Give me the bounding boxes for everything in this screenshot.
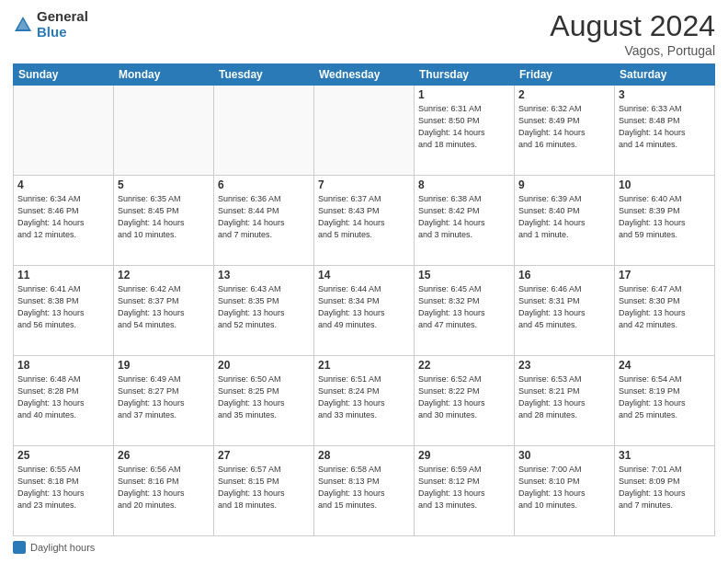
day-info: Sunrise: 7:00 AM Sunset: 8:10 PM Dayligh… <box>518 464 610 511</box>
calendar-week-row: 1Sunrise: 6:31 AM Sunset: 8:50 PM Daylig… <box>14 86 715 176</box>
calendar-day-cell: 8Sunrise: 6:38 AM Sunset: 8:42 PM Daylig… <box>415 176 515 266</box>
calendar-day-cell: 24Sunrise: 6:54 AM Sunset: 8:19 PM Dayli… <box>615 356 715 446</box>
day-info: Sunrise: 6:41 AM Sunset: 8:38 PM Dayligh… <box>17 283 109 331</box>
day-info: Sunrise: 6:31 AM Sunset: 8:50 PM Dayligh… <box>418 103 510 151</box>
day-info: Sunrise: 6:51 AM Sunset: 8:24 PM Dayligh… <box>318 373 410 421</box>
day-info: Sunrise: 6:54 AM Sunset: 8:19 PM Dayligh… <box>619 373 711 421</box>
day-info: Sunrise: 6:40 AM Sunset: 8:39 PM Dayligh… <box>619 193 711 241</box>
logo-text: General Blue <box>37 9 88 40</box>
calendar-day-cell: 29Sunrise: 6:59 AM Sunset: 8:12 PM Dayli… <box>415 446 515 536</box>
day-number: 20 <box>218 359 310 372</box>
day-number: 19 <box>118 359 210 372</box>
calendar-day-cell: 5Sunrise: 6:35 AM Sunset: 8:45 PM Daylig… <box>114 176 214 266</box>
day-number: 3 <box>619 88 711 101</box>
subtitle: Vagos, Portugal <box>550 43 715 58</box>
day-info: Sunrise: 6:36 AM Sunset: 8:44 PM Dayligh… <box>218 193 310 241</box>
day-number: 15 <box>418 269 510 282</box>
day-number: 10 <box>619 178 711 191</box>
day-number: 7 <box>318 178 410 191</box>
title-block: August 2024 Vagos, Portugal <box>550 9 715 58</box>
calendar-day-cell: 20Sunrise: 6:50 AM Sunset: 8:25 PM Dayli… <box>214 356 314 446</box>
calendar-day-cell: 6Sunrise: 6:36 AM Sunset: 8:44 PM Daylig… <box>214 176 314 266</box>
page: General Blue August 2024 Vagos, Portugal… <box>0 0 728 563</box>
day-number: 27 <box>218 449 310 462</box>
calendar-day-cell: 3Sunrise: 6:33 AM Sunset: 8:48 PM Daylig… <box>615 86 715 176</box>
calendar-day-cell: 1Sunrise: 6:31 AM Sunset: 8:50 PM Daylig… <box>415 86 515 176</box>
day-info: Sunrise: 6:33 AM Sunset: 8:48 PM Dayligh… <box>619 103 711 151</box>
calendar-day-cell <box>114 86 214 176</box>
day-number: 1 <box>418 88 510 101</box>
calendar-day-cell: 4Sunrise: 6:34 AM Sunset: 8:46 PM Daylig… <box>14 176 114 266</box>
calendar-week-row: 25Sunrise: 6:55 AM Sunset: 8:18 PM Dayli… <box>14 446 715 536</box>
calendar-header-row: SundayMondayTuesdayWednesdayThursdayFrid… <box>14 64 715 86</box>
calendar-col-header: Friday <box>515 64 615 86</box>
calendar-day-cell: 26Sunrise: 6:56 AM Sunset: 8:16 PM Dayli… <box>114 446 214 536</box>
legend-box <box>13 541 26 554</box>
calendar-day-cell: 23Sunrise: 6:53 AM Sunset: 8:21 PM Dayli… <box>515 356 615 446</box>
calendar-day-cell: 17Sunrise: 6:47 AM Sunset: 8:30 PM Dayli… <box>615 266 715 356</box>
calendar-col-header: Tuesday <box>214 64 314 86</box>
calendar-week-row: 11Sunrise: 6:41 AM Sunset: 8:38 PM Dayli… <box>14 266 715 356</box>
calendar-day-cell: 16Sunrise: 6:46 AM Sunset: 8:31 PM Dayli… <box>515 266 615 356</box>
calendar-week-row: 18Sunrise: 6:48 AM Sunset: 8:28 PM Dayli… <box>14 356 715 446</box>
day-number: 24 <box>619 359 711 372</box>
day-number: 5 <box>118 178 210 191</box>
day-info: Sunrise: 6:59 AM Sunset: 8:12 PM Dayligh… <box>418 464 510 511</box>
calendar-day-cell: 15Sunrise: 6:45 AM Sunset: 8:32 PM Dayli… <box>415 266 515 356</box>
day-number: 30 <box>518 449 610 462</box>
day-info: Sunrise: 6:34 AM Sunset: 8:46 PM Dayligh… <box>17 193 109 241</box>
calendar-day-cell: 9Sunrise: 6:39 AM Sunset: 8:40 PM Daylig… <box>515 176 615 266</box>
calendar-table: SundayMondayTuesdayWednesdayThursdayFrid… <box>13 63 715 536</box>
calendar-week-row: 4Sunrise: 6:34 AM Sunset: 8:46 PM Daylig… <box>14 176 715 266</box>
day-number: 9 <box>518 178 610 191</box>
logo-blue-text: Blue <box>37 25 88 40</box>
calendar-day-cell <box>14 86 114 176</box>
day-info: Sunrise: 6:57 AM Sunset: 8:15 PM Dayligh… <box>218 464 310 511</box>
day-number: 4 <box>17 178 109 191</box>
day-number: 6 <box>218 178 310 191</box>
calendar-day-cell: 30Sunrise: 7:00 AM Sunset: 8:10 PM Dayli… <box>515 446 615 536</box>
calendar-day-cell: 21Sunrise: 6:51 AM Sunset: 8:24 PM Dayli… <box>314 356 415 446</box>
day-number: 12 <box>118 269 210 282</box>
day-info: Sunrise: 6:56 AM Sunset: 8:16 PM Dayligh… <box>118 464 210 511</box>
calendar-day-cell: 25Sunrise: 6:55 AM Sunset: 8:18 PM Dayli… <box>14 446 114 536</box>
day-info: Sunrise: 7:01 AM Sunset: 8:09 PM Dayligh… <box>619 464 711 511</box>
day-number: 2 <box>518 88 610 101</box>
logo-icon <box>13 15 33 35</box>
logo-general-text: General <box>37 9 88 25</box>
calendar-day-cell: 28Sunrise: 6:58 AM Sunset: 8:13 PM Dayli… <box>314 446 415 536</box>
day-number: 16 <box>518 269 610 282</box>
day-number: 18 <box>17 359 109 372</box>
day-info: Sunrise: 6:38 AM Sunset: 8:42 PM Dayligh… <box>418 193 510 241</box>
day-info: Sunrise: 6:45 AM Sunset: 8:32 PM Dayligh… <box>418 283 510 331</box>
day-number: 26 <box>118 449 210 462</box>
calendar-col-header: Thursday <box>415 64 515 86</box>
calendar-day-cell: 12Sunrise: 6:42 AM Sunset: 8:37 PM Dayli… <box>114 266 214 356</box>
day-number: 23 <box>518 359 610 372</box>
calendar-day-cell <box>314 86 415 176</box>
calendar-col-header: Wednesday <box>314 64 415 86</box>
day-info: Sunrise: 6:49 AM Sunset: 8:27 PM Dayligh… <box>118 373 210 421</box>
calendar-day-cell: 31Sunrise: 7:01 AM Sunset: 8:09 PM Dayli… <box>615 446 715 536</box>
day-info: Sunrise: 6:35 AM Sunset: 8:45 PM Dayligh… <box>118 193 210 241</box>
day-info: Sunrise: 6:46 AM Sunset: 8:31 PM Dayligh… <box>518 283 610 331</box>
day-number: 29 <box>418 449 510 462</box>
main-title: August 2024 <box>550 9 715 43</box>
day-number: 21 <box>318 359 410 372</box>
calendar-day-cell: 27Sunrise: 6:57 AM Sunset: 8:15 PM Dayli… <box>214 446 314 536</box>
day-number: 13 <box>218 269 310 282</box>
logo: General Blue <box>13 9 88 40</box>
day-info: Sunrise: 6:43 AM Sunset: 8:35 PM Dayligh… <box>218 283 310 331</box>
day-info: Sunrise: 6:42 AM Sunset: 8:37 PM Dayligh… <box>118 283 210 331</box>
day-info: Sunrise: 6:48 AM Sunset: 8:28 PM Dayligh… <box>17 373 109 421</box>
calendar-day-cell: 18Sunrise: 6:48 AM Sunset: 8:28 PM Dayli… <box>14 356 114 446</box>
day-info: Sunrise: 6:44 AM Sunset: 8:34 PM Dayligh… <box>318 283 410 331</box>
legend: Daylight hours <box>13 541 715 554</box>
calendar-day-cell: 22Sunrise: 6:52 AM Sunset: 8:22 PM Dayli… <box>415 356 515 446</box>
day-info: Sunrise: 6:50 AM Sunset: 8:25 PM Dayligh… <box>218 373 310 421</box>
calendar-col-header: Saturday <box>615 64 715 86</box>
calendar-day-cell: 19Sunrise: 6:49 AM Sunset: 8:27 PM Dayli… <box>114 356 214 446</box>
header: General Blue August 2024 Vagos, Portugal <box>13 9 715 58</box>
day-number: 22 <box>418 359 510 372</box>
calendar-day-cell: 13Sunrise: 6:43 AM Sunset: 8:35 PM Dayli… <box>214 266 314 356</box>
